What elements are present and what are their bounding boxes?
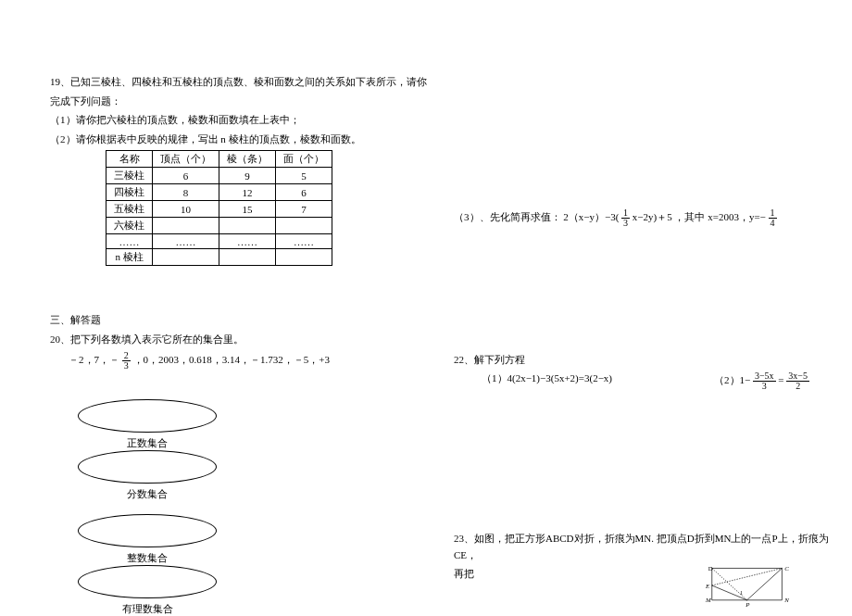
q19-sub1: （1）请你把六棱柱的顶点数，棱数和面数填在上表中； (50, 112, 439, 129)
set-label-rational: 有理数集合 (78, 602, 217, 616)
table-row: 五棱柱10157 (106, 201, 332, 218)
table-header-row: 名称 顶点（个） 棱（条） 面（个） (106, 151, 332, 168)
q20-numbers: －2，7，－ 23 ，0，2003，0.618，3.14，－1.732，－5，+… (69, 351, 439, 371)
prism-table: 名称 顶点（个） 棱（条） 面（个） 三棱柱695 四棱柱8126 五棱柱101… (106, 150, 332, 266)
set-integer: 整数集合 (78, 514, 217, 565)
svg-line-6 (747, 568, 783, 599)
q22-block: 22、解下列方程 （1）4(2x−1)−3(5x+2)=3(2−x) （2）1−… (454, 352, 809, 391)
label-E: E (705, 583, 710, 589)
set-label-integer: 整数集合 (78, 551, 217, 565)
sets-row1: 正数集合 分数集合 (78, 399, 439, 501)
ellipse-icon (78, 450, 217, 484)
fraction: 3−5x3 (753, 371, 776, 391)
q19-sub2: （2）请你根据表中反映的规律，写出 n 棱柱的顶点数，棱数和面数。 (50, 132, 439, 148)
table-row: …………………… (106, 234, 332, 249)
table-row: n 棱柱 (106, 249, 332, 266)
set-label-fraction: 分数集合 (78, 487, 217, 501)
ellipse-icon (78, 514, 217, 547)
set-rational: 有理数集合 (78, 565, 217, 616)
th-face: 面（个） (276, 151, 332, 168)
set-label-positive: 正数集合 (78, 436, 217, 450)
label-M: M (705, 597, 712, 603)
svg-line-5 (712, 568, 783, 585)
fraction: 14 (769, 208, 777, 228)
set-positive: 正数集合 (78, 399, 217, 450)
q23-line1: 23、如图，把正方形ABCD对折，折痕为MN. 把顶点D折到MN上的一点P上，折… (454, 531, 843, 563)
section3-title: 三、解答题 (50, 312, 439, 329)
sets-row2: 整数集合 有理数集合 (78, 514, 439, 616)
label-P: P (745, 601, 750, 608)
q19-title: 19、已知三棱柱、四棱柱和五棱柱的顶点数、棱和面数之间的关系如下表所示，请你 (50, 74, 439, 91)
q20-title: 20、把下列各数填入表示它所在的集合里。 (50, 332, 439, 348)
fraction: 23 (122, 351, 131, 371)
table-row: 四棱柱8126 (106, 184, 332, 201)
fraction: 3x−52 (786, 371, 809, 391)
label-N: N (783, 597, 789, 603)
q22-part2: （2）1− 3−5x3 = 3x−52 (714, 371, 809, 391)
q3-sub: （3）、先化简再求值： 2（x−y）−3( 13 x−2y)＋5 ，其中 x=2… (454, 208, 852, 228)
q22-part1: （1）4(2x−1)−3(5x+2)=3(2−x) (482, 371, 612, 391)
q19-block: 19、已知三棱柱、四棱柱和五棱柱的顶点数、棱和面数之间的关系如下表所示，请你 完… (50, 74, 439, 266)
th-edge: 棱（条） (219, 151, 276, 168)
th-name: 名称 (106, 151, 153, 168)
ellipse-icon (78, 399, 217, 433)
set-fraction: 分数集合 (78, 450, 217, 501)
label-1: 1 (740, 589, 743, 596)
geometry-figure: D C E M N P 1 (685, 565, 815, 616)
q22-title: 22、解下列方程 (454, 352, 809, 369)
table-row: 三棱柱695 (106, 168, 332, 184)
table-row: 六棱柱 (106, 218, 332, 234)
th-vertex: 顶点（个） (153, 151, 219, 168)
ellipse-icon (78, 565, 217, 598)
fraction: 13 (621, 208, 630, 228)
label-D: D (708, 565, 713, 572)
label-C: C (784, 565, 789, 572)
q19-title2: 完成下列问题： (50, 94, 439, 110)
